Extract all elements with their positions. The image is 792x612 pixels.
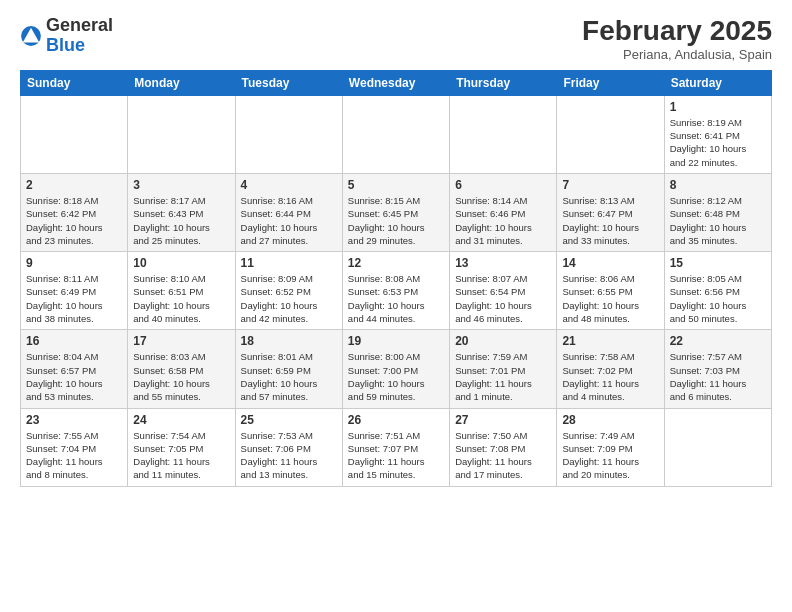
calendar-cell — [128, 95, 235, 173]
calendar-cell: 22Sunrise: 7:57 AM Sunset: 7:03 PM Dayli… — [664, 330, 771, 408]
calendar-cell: 10Sunrise: 8:10 AM Sunset: 6:51 PM Dayli… — [128, 252, 235, 330]
day-header-wednesday: Wednesday — [342, 70, 449, 95]
day-header-tuesday: Tuesday — [235, 70, 342, 95]
day-number: 8 — [670, 178, 766, 192]
day-number: 19 — [348, 334, 444, 348]
day-number: 1 — [670, 100, 766, 114]
day-number: 16 — [26, 334, 122, 348]
day-info: Sunrise: 8:05 AM Sunset: 6:56 PM Dayligh… — [670, 272, 766, 325]
calendar-cell: 4Sunrise: 8:16 AM Sunset: 6:44 PM Daylig… — [235, 173, 342, 251]
day-number: 28 — [562, 413, 658, 427]
calendar-cell: 23Sunrise: 7:55 AM Sunset: 7:04 PM Dayli… — [21, 408, 128, 486]
day-info: Sunrise: 8:13 AM Sunset: 6:47 PM Dayligh… — [562, 194, 658, 247]
day-info: Sunrise: 8:16 AM Sunset: 6:44 PM Dayligh… — [241, 194, 337, 247]
calendar-week-row: 16Sunrise: 8:04 AM Sunset: 6:57 PM Dayli… — [21, 330, 772, 408]
day-header-saturday: Saturday — [664, 70, 771, 95]
calendar-cell: 27Sunrise: 7:50 AM Sunset: 7:08 PM Dayli… — [450, 408, 557, 486]
day-info: Sunrise: 7:58 AM Sunset: 7:02 PM Dayligh… — [562, 350, 658, 403]
calendar-cell: 5Sunrise: 8:15 AM Sunset: 6:45 PM Daylig… — [342, 173, 449, 251]
calendar-cell: 6Sunrise: 8:14 AM Sunset: 6:46 PM Daylig… — [450, 173, 557, 251]
calendar-cell: 25Sunrise: 7:53 AM Sunset: 7:06 PM Dayli… — [235, 408, 342, 486]
day-number: 9 — [26, 256, 122, 270]
location: Periana, Andalusia, Spain — [582, 47, 772, 62]
calendar-cell: 24Sunrise: 7:54 AM Sunset: 7:05 PM Dayli… — [128, 408, 235, 486]
calendar-week-row: 23Sunrise: 7:55 AM Sunset: 7:04 PM Dayli… — [21, 408, 772, 486]
day-info: Sunrise: 7:59 AM Sunset: 7:01 PM Dayligh… — [455, 350, 551, 403]
calendar-header-row: SundayMondayTuesdayWednesdayThursdayFrid… — [21, 70, 772, 95]
day-number: 2 — [26, 178, 122, 192]
day-number: 26 — [348, 413, 444, 427]
calendar-cell: 26Sunrise: 7:51 AM Sunset: 7:07 PM Dayli… — [342, 408, 449, 486]
day-number: 7 — [562, 178, 658, 192]
day-info: Sunrise: 7:54 AM Sunset: 7:05 PM Dayligh… — [133, 429, 229, 482]
calendar-cell: 12Sunrise: 8:08 AM Sunset: 6:53 PM Dayli… — [342, 252, 449, 330]
calendar-cell: 19Sunrise: 8:00 AM Sunset: 7:00 PM Dayli… — [342, 330, 449, 408]
day-number: 13 — [455, 256, 551, 270]
day-info: Sunrise: 8:17 AM Sunset: 6:43 PM Dayligh… — [133, 194, 229, 247]
day-number: 11 — [241, 256, 337, 270]
calendar-cell: 28Sunrise: 7:49 AM Sunset: 7:09 PM Dayli… — [557, 408, 664, 486]
day-header-thursday: Thursday — [450, 70, 557, 95]
calendar-cell: 14Sunrise: 8:06 AM Sunset: 6:55 PM Dayli… — [557, 252, 664, 330]
calendar-cell — [342, 95, 449, 173]
day-info: Sunrise: 8:15 AM Sunset: 6:45 PM Dayligh… — [348, 194, 444, 247]
day-number: 12 — [348, 256, 444, 270]
calendar-cell — [664, 408, 771, 486]
calendar-cell: 21Sunrise: 7:58 AM Sunset: 7:02 PM Dayli… — [557, 330, 664, 408]
day-number: 21 — [562, 334, 658, 348]
title-block: February 2025 Periana, Andalusia, Spain — [582, 16, 772, 62]
calendar-week-row: 1Sunrise: 8:19 AM Sunset: 6:41 PM Daylig… — [21, 95, 772, 173]
calendar-cell — [235, 95, 342, 173]
calendar-cell: 16Sunrise: 8:04 AM Sunset: 6:57 PM Dayli… — [21, 330, 128, 408]
page: General Blue February 2025 Periana, Anda… — [0, 0, 792, 612]
day-info: Sunrise: 8:03 AM Sunset: 6:58 PM Dayligh… — [133, 350, 229, 403]
calendar-week-row: 9Sunrise: 8:11 AM Sunset: 6:49 PM Daylig… — [21, 252, 772, 330]
day-number: 17 — [133, 334, 229, 348]
day-info: Sunrise: 8:19 AM Sunset: 6:41 PM Dayligh… — [670, 116, 766, 169]
day-number: 14 — [562, 256, 658, 270]
day-header-sunday: Sunday — [21, 70, 128, 95]
calendar-cell: 11Sunrise: 8:09 AM Sunset: 6:52 PM Dayli… — [235, 252, 342, 330]
day-info: Sunrise: 7:57 AM Sunset: 7:03 PM Dayligh… — [670, 350, 766, 403]
day-info: Sunrise: 7:53 AM Sunset: 7:06 PM Dayligh… — [241, 429, 337, 482]
logo-text: General Blue — [46, 16, 113, 56]
calendar-week-row: 2Sunrise: 8:18 AM Sunset: 6:42 PM Daylig… — [21, 173, 772, 251]
day-info: Sunrise: 8:14 AM Sunset: 6:46 PM Dayligh… — [455, 194, 551, 247]
day-number: 27 — [455, 413, 551, 427]
month-year: February 2025 — [582, 16, 772, 47]
day-number: 18 — [241, 334, 337, 348]
day-header-monday: Monday — [128, 70, 235, 95]
day-info: Sunrise: 8:01 AM Sunset: 6:59 PM Dayligh… — [241, 350, 337, 403]
day-number: 15 — [670, 256, 766, 270]
header: General Blue February 2025 Periana, Anda… — [20, 16, 772, 62]
day-info: Sunrise: 8:00 AM Sunset: 7:00 PM Dayligh… — [348, 350, 444, 403]
calendar-cell: 17Sunrise: 8:03 AM Sunset: 6:58 PM Dayli… — [128, 330, 235, 408]
day-info: Sunrise: 8:10 AM Sunset: 6:51 PM Dayligh… — [133, 272, 229, 325]
day-info: Sunrise: 8:11 AM Sunset: 6:49 PM Dayligh… — [26, 272, 122, 325]
day-number: 3 — [133, 178, 229, 192]
day-header-friday: Friday — [557, 70, 664, 95]
day-number: 5 — [348, 178, 444, 192]
calendar-cell: 20Sunrise: 7:59 AM Sunset: 7:01 PM Dayli… — [450, 330, 557, 408]
day-info: Sunrise: 8:18 AM Sunset: 6:42 PM Dayligh… — [26, 194, 122, 247]
calendar-cell: 2Sunrise: 8:18 AM Sunset: 6:42 PM Daylig… — [21, 173, 128, 251]
day-info: Sunrise: 8:08 AM Sunset: 6:53 PM Dayligh… — [348, 272, 444, 325]
logo-blue: Blue — [46, 35, 85, 55]
calendar-cell: 8Sunrise: 8:12 AM Sunset: 6:48 PM Daylig… — [664, 173, 771, 251]
logo: General Blue — [20, 16, 113, 56]
calendar-cell: 15Sunrise: 8:05 AM Sunset: 6:56 PM Dayli… — [664, 252, 771, 330]
calendar-cell: 3Sunrise: 8:17 AM Sunset: 6:43 PM Daylig… — [128, 173, 235, 251]
day-info: Sunrise: 7:49 AM Sunset: 7:09 PM Dayligh… — [562, 429, 658, 482]
day-number: 24 — [133, 413, 229, 427]
calendar-cell — [21, 95, 128, 173]
logo-icon — [20, 25, 42, 47]
calendar-cell — [557, 95, 664, 173]
calendar-cell — [450, 95, 557, 173]
day-number: 10 — [133, 256, 229, 270]
calendar-cell: 7Sunrise: 8:13 AM Sunset: 6:47 PM Daylig… — [557, 173, 664, 251]
day-number: 20 — [455, 334, 551, 348]
calendar-cell: 9Sunrise: 8:11 AM Sunset: 6:49 PM Daylig… — [21, 252, 128, 330]
day-number: 25 — [241, 413, 337, 427]
logo-general: General — [46, 15, 113, 35]
day-number: 6 — [455, 178, 551, 192]
